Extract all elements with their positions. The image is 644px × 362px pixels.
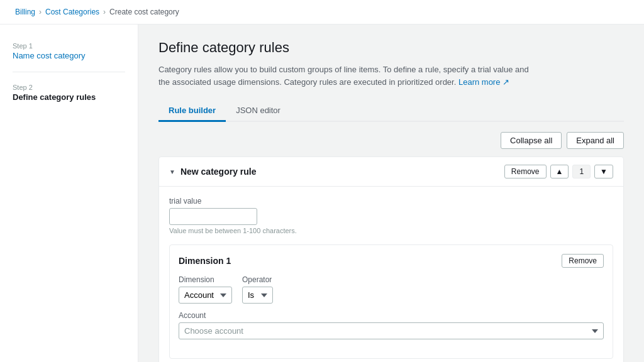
dimension-selects-row: Dimension Account Operator Is xyxy=(179,275,604,304)
operator-col: Operator Is xyxy=(242,275,273,304)
learn-more-link[interactable]: Learn more ↗ xyxy=(458,77,509,87)
tab-bar: Rule builder JSON editor xyxy=(158,101,624,122)
account-group: Account Choose account xyxy=(179,311,604,339)
operator-select[interactable]: Is xyxy=(242,287,273,304)
tab-json-editor[interactable]: JSON editor xyxy=(226,101,291,122)
trial-value-input[interactable] xyxy=(169,208,257,225)
rule-up-button[interactable]: ▲ xyxy=(550,165,569,178)
rule-counter-badge: 1 xyxy=(572,165,591,178)
dimension-col: Dimension Account xyxy=(179,275,232,304)
operator-label: Operator xyxy=(242,275,273,284)
breadcrumb-cost-categories[interactable]: Cost Categories xyxy=(45,8,99,16)
toolbar: Collapse all Expand all xyxy=(158,132,624,149)
expand-all-button[interactable]: Expand all xyxy=(567,132,624,149)
rule-card: ▼ New category rule Remove ▲ 1 ▼ trial v… xyxy=(158,156,624,362)
sidebar-step1-name[interactable]: Name cost category xyxy=(13,51,125,60)
rule-card-title: ▼ New category rule xyxy=(169,167,257,177)
sidebar: Step 1 Name cost category Step 2 Define … xyxy=(0,25,138,362)
rule-down-button[interactable]: ▼ xyxy=(594,165,613,178)
sidebar-step1[interactable]: Step 1 Name cost category xyxy=(0,37,138,65)
breadcrumb-current: Create cost category xyxy=(109,8,179,16)
rule-card-body: trial value Value must be between 1-100 … xyxy=(159,187,623,362)
dimension-select[interactable]: Account xyxy=(179,287,232,304)
page-title: Define category rules xyxy=(158,40,624,56)
sidebar-step2: Step 2 Define category rules xyxy=(0,79,138,107)
page-description: Category rules allow you to build custom… xyxy=(158,63,536,88)
rule-title-text: New category rule xyxy=(180,167,257,177)
sidebar-step2-name: Define category rules xyxy=(13,92,125,102)
rule-remove-button[interactable]: Remove xyxy=(504,165,547,178)
breadcrumb-sep-1: › xyxy=(39,8,42,16)
sidebar-divider xyxy=(13,72,125,72)
sidebar-step2-label: Step 2 xyxy=(13,84,125,91)
breadcrumb-sep-2: › xyxy=(103,8,106,16)
tab-rule-builder[interactable]: Rule builder xyxy=(158,101,226,122)
trial-value-group: trial value Value must be between 1-100 … xyxy=(169,197,613,234)
dimension-card: Dimension 1 Remove Dimension Account Ope… xyxy=(169,244,613,359)
account-label: Account xyxy=(179,311,604,320)
breadcrumb: Billing › Cost Categories › Create cost … xyxy=(0,0,644,25)
trial-value-label: trial value xyxy=(169,197,613,206)
trial-value-hint: Value must be between 1-100 characters. xyxy=(169,227,613,234)
collapse-triangle-icon: ▼ xyxy=(169,168,175,175)
dimension-title: Dimension 1 xyxy=(179,256,231,266)
main-content: Define category rules Category rules all… xyxy=(138,25,644,362)
rule-card-header: ▼ New category rule Remove ▲ 1 ▼ xyxy=(159,157,623,187)
rule-card-actions: Remove ▲ 1 ▼ xyxy=(504,165,613,178)
account-select[interactable]: Choose account xyxy=(179,322,604,339)
sidebar-step1-label: Step 1 xyxy=(13,42,125,50)
dimension-header: Dimension 1 Remove xyxy=(179,254,604,268)
breadcrumb-billing[interactable]: Billing xyxy=(15,8,35,16)
dimension-remove-button[interactable]: Remove xyxy=(562,254,604,268)
dimension-label: Dimension xyxy=(179,275,232,284)
collapse-all-button[interactable]: Collapse all xyxy=(501,132,562,149)
